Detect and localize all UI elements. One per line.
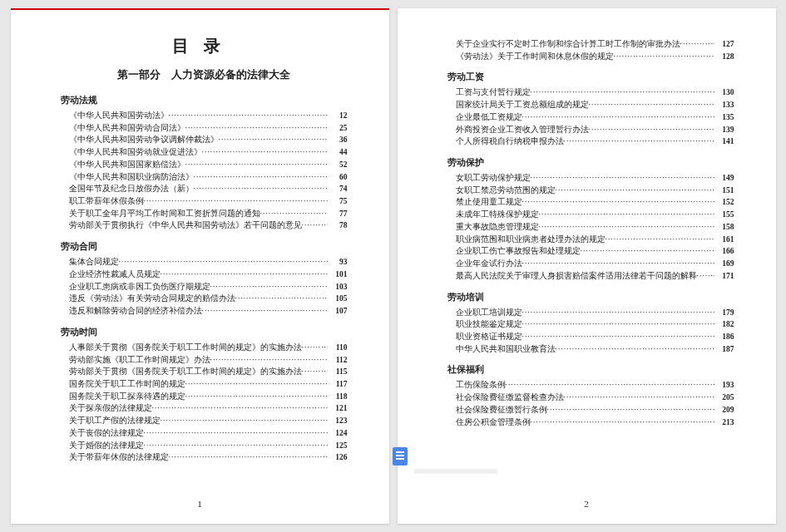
toc-entry-label: 关于职工产假的法律规定 [61, 415, 161, 427]
toc-page2-pre: 关于企业实行不定时工作制和综合计算工时工作制的审批办法127《劳动法》关于工作时… [447, 38, 734, 62]
toc-entry: 劳动部实施《职工工作时间规定》办法112 [61, 354, 348, 367]
toc-entry: 企业职工伤亡事故报告和处理规定166 [447, 245, 734, 258]
toc-leader [210, 354, 328, 367]
toc-leader [606, 234, 714, 246]
toc-leader [522, 258, 714, 270]
toc-entry: 工资与支付暂行规定130 [447, 86, 734, 99]
toc-entry-label: 社会保险费征缴监督检查办法 [447, 392, 564, 404]
toc-entry: 违反《劳动法》有关劳动合同规定的赔偿办法105 [61, 293, 348, 305]
toc-leader [152, 402, 328, 415]
toc-leader [185, 122, 328, 135]
toc-entry-label: 女职工禁忌劳动范围的规定 [447, 185, 556, 197]
toc-entry-label: 企业职工伤亡事故报告和处理规定 [447, 245, 581, 258]
toc-entry-page: 186 [714, 331, 734, 343]
toc-entry-label: 《中华人民共和国劳动争议调解仲裁法》 [61, 134, 219, 146]
page-number-1: 1 [11, 499, 389, 509]
toc-entry: 《劳动法》关于工作时间和休息休假的规定128 [447, 51, 734, 63]
toc-entry-label: 职工带薪年休假条例 [61, 195, 144, 208]
toc-entry-page: 209 [714, 404, 734, 416]
toc-leader [614, 51, 714, 63]
toc-page2-body: 劳动工资工资与支付暂行规定130国家统计局关于工资总额组成的规定133企业最低工… [447, 71, 734, 428]
toc-entry-label: 违反《劳动法》有关劳动合同规定的赔偿办法 [61, 293, 235, 305]
toc-section-header: 劳动时间 [61, 326, 348, 338]
toc-entry: 关于企业实行不定时工作制和综合计算工时工作制的审批办法127 [447, 38, 734, 51]
toc-entry-page: 171 [714, 270, 734, 283]
toc-entry-label: 禁止使用童工规定 [447, 196, 522, 209]
toc-entry-label: 社会保险费征缴暂行条例 [447, 404, 547, 416]
toc-entry-page: 127 [714, 38, 734, 51]
toc-entry-page: 125 [328, 440, 348, 452]
toc-entry-page: 75 [328, 195, 348, 208]
toc-entry-label: 职业病范围和职业病患者处理办法的规定 [447, 234, 606, 246]
toc-entry-label: 企业职工培训规定 [447, 307, 522, 319]
toc-entry-label: 《中华人民共和国劳动就业促进法》 [61, 146, 202, 159]
toc-entry-page: 36 [328, 134, 348, 146]
toc-leader [522, 307, 714, 319]
toc-leader [547, 404, 714, 416]
toc-leader [144, 440, 328, 452]
toc-entry: 企业年金试行办法169 [447, 258, 734, 270]
toc-entry: 《中华人民共和国劳动合同法》25 [61, 122, 348, 135]
toc-entry-page: 179 [714, 307, 734, 319]
toc-leader [556, 343, 714, 356]
toc-entry: 劳动部关于贯彻《国务院关于职工工作时间的规定》的实施办法115 [61, 366, 348, 378]
toc-entry-label: 集体合同规定 [61, 256, 119, 268]
page-1: 目录 第一部分 人力资源必备的法律大全 劳动法规《中华人民共和国劳动法》12《中… [11, 8, 389, 524]
toc-leader [235, 293, 328, 305]
toc-entry-page: 117 [328, 378, 348, 391]
toc-entry: 关于职工产假的法律规定123 [61, 415, 348, 427]
toc-leader [119, 256, 328, 268]
toc-leader [260, 208, 328, 220]
toc-entry-page: 169 [714, 258, 734, 270]
toc-entry-page: 60 [328, 171, 348, 184]
toc-entry-label: 女职工劳动保护规定 [447, 172, 531, 185]
toc-leader [522, 331, 714, 343]
toc-entry-label: 国家统计局关于工资总额组成的规定 [447, 99, 589, 111]
toc-entry-page: 44 [328, 146, 348, 159]
toc-entry-label: 《中华人民共和国国家赔偿法》 [61, 159, 185, 171]
toc-entry-label: 关于丧假的法律规定 [61, 427, 144, 440]
toc-entry-page: 135 [714, 111, 734, 124]
toc-entry-page: 118 [328, 391, 348, 403]
toc-entry: 关于带薪年休假的法律规定126 [61, 451, 348, 464]
doc-title: 目录 [61, 35, 348, 57]
toc-section-header: 劳动合同 [61, 240, 348, 253]
toc-entry-page: 213 [714, 416, 734, 429]
toc-leader [185, 378, 328, 391]
toc-entry-page: 182 [714, 318, 734, 331]
toc-leader [589, 124, 714, 136]
toc-entry-page: 103 [328, 281, 348, 293]
toc-section-header: 社保福利 [447, 363, 734, 376]
toc-entry-page: 115 [328, 366, 348, 378]
toc-leader [531, 86, 714, 99]
toc-section-header: 劳动法规 [61, 94, 348, 106]
toc-entry-label: 关于带薪年休假的法律规定 [61, 451, 169, 464]
toc-entry: 关于职工全年月平均工作时间和工资折算问题的通知77 [61, 208, 348, 220]
toc-entry: 个人所得税自行纳税申报办法141 [447, 135, 734, 148]
toc-entry-page: 155 [714, 209, 734, 221]
toc-entry-page: 52 [328, 159, 348, 171]
toc-leader [589, 99, 714, 111]
toc-leader [680, 38, 714, 51]
toc-entry-page: 141 [714, 135, 734, 148]
toc-leader [539, 221, 714, 234]
toc-entry-label: 最高人民法院关于审理人身损害赔偿案件适用法律若干问题的解释 [447, 270, 697, 283]
toc-leader [210, 281, 328, 293]
toc-leader [202, 146, 328, 159]
toc-entry-page: 205 [714, 392, 734, 404]
toc-leader [185, 391, 328, 403]
toc-entry-page: 139 [714, 124, 734, 136]
toc-entry: 企业职工患病或非因工负伤医疗期规定103 [61, 281, 348, 293]
page-number-2: 2 [398, 499, 776, 509]
toc-entry: 违反和解除劳动合同的经济补偿办法107 [61, 305, 348, 318]
toc-leader [697, 270, 714, 283]
toc-leader [144, 427, 328, 440]
toc-entry: 职业技能鉴定规定182 [447, 318, 734, 331]
toc-entry-label: 人事部关于贯彻《国务院关于职工工作时间的规定》的实施办法 [61, 342, 302, 354]
toc-entry-page: 105 [328, 293, 348, 305]
document-icon [393, 447, 408, 466]
toc-leader [161, 415, 328, 427]
toc-leader [556, 185, 714, 197]
toc-leader [169, 110, 328, 122]
toc-section-header: 劳动工资 [447, 71, 734, 83]
